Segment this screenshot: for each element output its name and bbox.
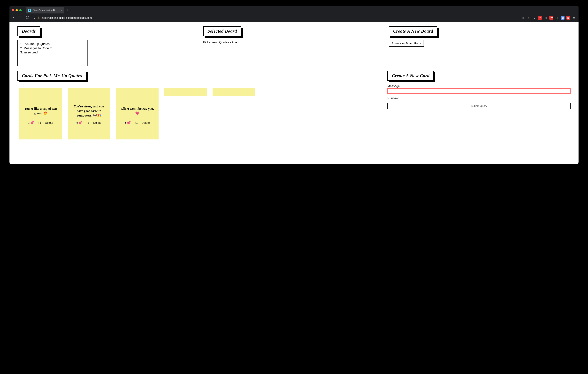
page-content: Boards Pick-me-up Quotes Messages to Cod…	[10, 22, 578, 164]
selected-board-text: Pick-me-up Quotes - Ada L.	[203, 40, 385, 44]
submit-query-button[interactable]: Submit Query	[387, 103, 571, 109]
lock-icon: 🔒	[37, 16, 40, 19]
message-input[interactable]	[387, 88, 571, 94]
card-likes: 3 💕	[125, 121, 131, 124]
new-tab-button[interactable]: +	[66, 8, 68, 12]
board-item[interactable]: im so tired	[20, 50, 85, 54]
card-message: You're strong and you have good taste in…	[71, 104, 106, 118]
browser-tab[interactable]: ⚛ Simon's Inspiration Board ×	[26, 7, 64, 13]
tab-bar: ⚛ Simon's Inspiration Board × +	[10, 6, 578, 14]
delete-button[interactable]: Delete	[142, 121, 150, 124]
create-board-heading: Create a New Board	[389, 26, 437, 36]
extension-icon[interactable]: ⊡	[544, 16, 547, 20]
url-domain: simons-inspo-board.herokuapp.com	[49, 16, 92, 19]
card	[164, 88, 207, 96]
card-likes: 5 💕	[76, 121, 83, 124]
browser-window: ⚛ Simon's Inspiration Board × + 🛡 🔒 http…	[10, 6, 578, 164]
delete-button[interactable]: Delete	[93, 121, 101, 124]
url-bar[interactable]: 🛡 🔒 https://simons-inspo-board.herokuapp…	[32, 16, 518, 19]
extension-icon[interactable]: ⦀	[555, 16, 559, 20]
cards-section: Cards for Pick-me-up Quotes You're like …	[17, 71, 384, 143]
minimize-window-button[interactable]	[16, 9, 18, 11]
plus-one-button[interactable]: +1	[38, 121, 41, 124]
maximize-window-button[interactable]	[19, 9, 21, 11]
shield-icon: 🛡	[33, 16, 36, 19]
close-tab-icon[interactable]: ×	[61, 9, 62, 12]
delete-button[interactable]: Delete	[45, 121, 53, 124]
plus-one-button[interactable]: +1	[86, 121, 89, 124]
react-favicon-icon: ⚛	[28, 9, 31, 12]
card-message: You're like a cup of tea: green! 😍	[23, 107, 58, 116]
card-likes: 3 💕	[28, 121, 34, 124]
extension-icon[interactable]: ▣	[561, 16, 565, 20]
card: Effort won't betray you. 💗 3 💕 +1 Delete	[116, 88, 158, 139]
toolbar-extensions: ⊞ ☆ ⌄ ••• ⊡ ABP ⦀ ▣ ▣ ≡	[521, 16, 576, 20]
boards-section: Boards Pick-me-up Quotes Messages to Cod…	[17, 26, 199, 66]
preview-label: Preview:	[387, 97, 571, 100]
browser-toolbar: 🛡 🔒 https://simons-inspo-board.herokuapp…	[10, 14, 578, 22]
cards-container: You're like a cup of tea: green! 😍 3 💕 +…	[17, 85, 384, 143]
star-icon[interactable]: ☆	[527, 16, 530, 20]
menu-icon[interactable]: ≡	[572, 16, 576, 20]
create-card-heading: Create a New Card	[387, 71, 434, 81]
selected-board-section: Selected Board Pick-me-up Quotes - Ada L…	[203, 26, 385, 66]
show-new-board-form-button[interactable]: Show New Board Form	[389, 40, 424, 47]
boards-list: Pick-me-up Quotes Messages to Code to im…	[17, 40, 87, 66]
card	[212, 88, 255, 96]
adblock-icon[interactable]: ABP	[549, 16, 553, 20]
selected-board-heading: Selected Board	[203, 26, 241, 36]
plus-one-button[interactable]: +1	[135, 121, 138, 124]
reload-button[interactable]	[26, 16, 29, 20]
boards-heading: Boards	[17, 26, 40, 36]
forward-button[interactable]	[19, 16, 22, 20]
back-button[interactable]	[12, 16, 16, 20]
card: You're strong and you have good taste in…	[68, 88, 110, 139]
window-controls	[12, 9, 21, 11]
card: You're like a cup of tea: green! 😍 3 💕 +…	[19, 88, 62, 139]
pocket-icon[interactable]: ⌄	[532, 16, 536, 20]
close-window-button[interactable]	[12, 9, 14, 11]
create-board-section: Create a New Board Show New Board Form	[389, 26, 571, 66]
create-card-section: Create a New Card Message Preview: Submi…	[387, 71, 571, 143]
board-item[interactable]: Pick-me-up Quotes	[20, 42, 85, 46]
apps-icon[interactable]: ⊞	[521, 16, 525, 20]
tab-title: Simon's Inspiration Board	[32, 9, 59, 11]
url-protocol: https://	[42, 16, 49, 19]
card-message: Effort won't betray you. 💗	[120, 107, 155, 116]
extension-icon[interactable]: ▣	[567, 16, 570, 20]
extension-icon[interactable]: •••	[538, 16, 542, 20]
message-label: Message	[387, 85, 571, 88]
cards-heading: Cards for Pick-me-up Quotes	[17, 71, 86, 81]
board-item[interactable]: Messages to Code to	[20, 46, 85, 50]
